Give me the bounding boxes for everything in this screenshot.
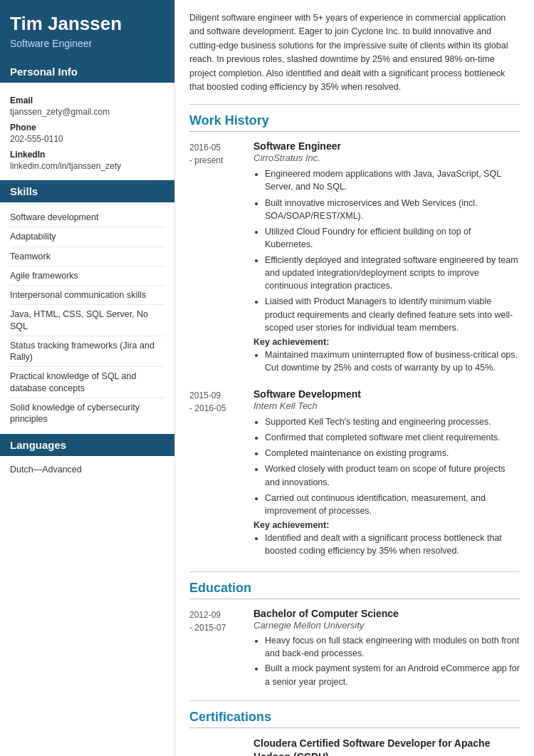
- edu-1-bullet-1: Heavy focus on full stack engineering wi…: [265, 634, 520, 660]
- job-2-key-achievement-label: Key achievement:: [253, 520, 520, 530]
- job-2-company: Intern Kell Tech: [253, 400, 520, 411]
- candidate-name: Tim Janssen: [10, 13, 164, 35]
- job-1-bullet-2: Built innovative microservices and Web S…: [265, 197, 520, 222]
- job-2-date-start: 2015-09: [189, 390, 221, 400]
- job-1-title: Software Engineer: [253, 140, 520, 152]
- job-1-bullet-4: Efficiently deployed and integrated soft…: [265, 254, 520, 292]
- divider-edu: [189, 571, 520, 572]
- linkedin-label: LinkedIn: [10, 150, 164, 160]
- skill-item: Adaptability: [10, 227, 164, 247]
- job-2-bullet-2: Confirmed that completed software met cl…: [265, 431, 520, 444]
- divider: [189, 104, 520, 105]
- sidebar: Tim Janssen Software Engineer Personal I…: [0, 0, 174, 756]
- job-1-company: CirroStratus Inc.: [253, 152, 520, 163]
- skills-section: Software development Adaptability Teamwo…: [0, 202, 174, 434]
- skill-item: Interpersonal communication skills: [10, 286, 164, 305]
- job-2-date-end: - 2016-05: [189, 403, 226, 413]
- job-2-bullet-4: Worked closely with product team on scop…: [265, 462, 520, 488]
- main-content: Diligent software engineer with 5+ years…: [174, 0, 534, 756]
- job-1-bullet-1: Engineered modern applications with Java…: [265, 167, 520, 193]
- skill-item: Teamwork: [10, 247, 164, 266]
- cert-entry-1: Cloudera Certified Software Developer fo…: [189, 737, 520, 756]
- job-2-bullet-3: Completed maintenance on existing progra…: [265, 447, 520, 460]
- edu-1-date-end: - 2015-07: [189, 623, 226, 633]
- job-1-bullets: Engineered modern applications with Java…: [253, 167, 520, 334]
- skill-item: Java, HTML, CSS, SQL Server, No SQL: [10, 305, 164, 336]
- edu-1-bullet-2: Built a mock payment system for an Andro…: [265, 662, 520, 688]
- languages-header: Languages: [0, 434, 174, 456]
- job-2-key-achievement: Identified and dealt with a significant …: [265, 532, 520, 557]
- edu-entry-1: 2012-09 - 2015-07 Bachelor of Computer S…: [189, 608, 520, 690]
- work-history-title: Work History: [189, 113, 520, 132]
- linkedin-value: linkedin.com/in/tjanssen_zety: [10, 161, 164, 171]
- job-1-date-end: - present: [189, 155, 223, 165]
- job-1-details: Software Engineer CirroStratus Inc. Engi…: [253, 140, 520, 377]
- sidebar-header: Tim Janssen Software Engineer: [0, 0, 174, 61]
- job-2-details: Software Development Intern Kell Tech Su…: [253, 388, 520, 560]
- skills-header: Skills: [0, 180, 174, 202]
- job-entry-2: 2015-09 - 2016-05 Software Development I…: [189, 388, 520, 560]
- edu-1-bullets: Heavy focus on full stack engineering wi…: [253, 634, 520, 688]
- job-1-key-achievement: Maintained maximum uninterrupted flow of…: [265, 348, 520, 374]
- candidate-title: Software Engineer: [10, 38, 164, 49]
- personal-info-section: Email tjanssen_zety@gmail.com Phone 202-…: [0, 83, 174, 180]
- job-1-bullet-3: Utilized Cloud Foundry for efficient bui…: [265, 225, 520, 251]
- skill-item: Status tracking frameworks (Jira and Ral…: [10, 336, 164, 368]
- divider-cert: [189, 700, 520, 701]
- language-item: Dutch—Advanced: [10, 462, 164, 477]
- job-2-dates: 2015-09 - 2016-05: [189, 388, 253, 560]
- edu-1-date-start: 2012-09: [189, 610, 221, 620]
- skill-item: Practical knowledge of SQL and database …: [10, 367, 164, 398]
- job-1-dates: 2016-05 - present: [189, 140, 253, 377]
- job-2-key-achievement-bullets: Identified and dealt with a significant …: [253, 532, 520, 557]
- skill-item: Solid knowledge of cybersecurity princip…: [10, 398, 164, 429]
- job-1-bullet-5: Liaised with Product Managers to identif…: [265, 295, 520, 333]
- phone-value: 202-555-0110: [10, 134, 164, 144]
- skill-item: Software development: [10, 208, 164, 227]
- email-label: Email: [10, 95, 164, 105]
- languages-section: Dutch—Advanced: [0, 456, 174, 485]
- edu-1-school: Carnegie Mellon University: [253, 620, 520, 631]
- job-1-date-start: 2016-05: [189, 143, 221, 152]
- personal-info-header: Personal Info: [0, 61, 174, 83]
- skill-item: Agile frameworks: [10, 266, 164, 286]
- education-title: Education: [189, 581, 520, 599]
- job-1-key-achievement-label: Key achievement:: [253, 337, 520, 347]
- job-2-bullet-5: Carried out continuous identification, m…: [265, 492, 520, 517]
- job-2-title: Software Development: [253, 388, 520, 400]
- phone-label: Phone: [10, 123, 164, 133]
- job-entry-1: 2016-05 - present Software Engineer Cirr…: [189, 140, 520, 377]
- job-2-bullets: Supported Kell Tech's testing and engine…: [253, 415, 520, 517]
- summary-text: Diligent software engineer with 5+ years…: [189, 11, 520, 94]
- certifications-title: Certifications: [189, 710, 520, 728]
- edu-1-degree: Bachelor of Computer Science: [253, 608, 520, 619]
- cert-spacer: [189, 737, 253, 756]
- edu-1-details: Bachelor of Computer Science Carnegie Me…: [253, 608, 520, 690]
- job-2-bullet-1: Supported Kell Tech's testing and engine…: [265, 415, 520, 428]
- email-value: tjanssen_zety@gmail.com: [10, 107, 164, 117]
- cert-1-title: Cloudera Certified Software Developer fo…: [253, 737, 520, 756]
- job-1-key-achievement-bullets: Maintained maximum uninterrupted flow of…: [253, 348, 520, 374]
- edu-1-dates: 2012-09 - 2015-07: [189, 608, 253, 690]
